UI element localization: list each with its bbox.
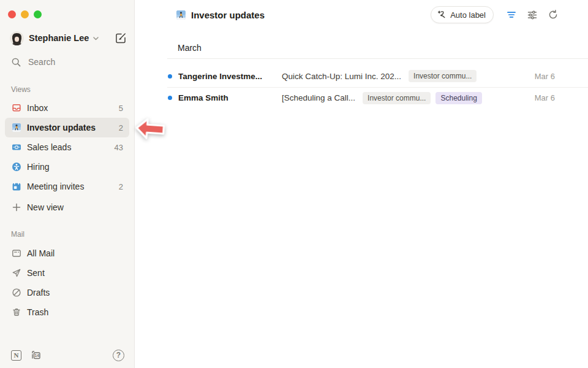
date-group-header: March <box>178 43 202 53</box>
unread-count-badge: 43 <box>115 143 123 152</box>
new-view-button[interactable]: New view <box>5 197 129 217</box>
paper-plane-icon <box>11 268 21 278</box>
auto-label-button[interactable]: Auto label <box>431 6 494 23</box>
email-date: Mar 6 <box>535 93 555 102</box>
inbox-tray-icon <box>11 103 21 113</box>
auto-label-wand-icon <box>437 10 447 20</box>
new-view-container: New view <box>5 197 129 217</box>
email-subject: [Scheduling a Call... <box>282 93 355 102</box>
email-row[interactable]: Tangerine Investme... Quick Catch-Up: Lu… <box>167 66 588 86</box>
search-icon <box>11 57 21 67</box>
avatar <box>10 31 24 45</box>
sidebar-item-investor-updates[interactable]: Investor updates 2 <box>5 118 129 137</box>
label-tag[interactable]: Investor commu... <box>363 92 431 104</box>
sidebar-item-meeting-invites[interactable]: Meeting invites 2 <box>5 177 129 196</box>
account-switcher[interactable]: Stephanie Lee <box>10 30 127 46</box>
email-sender: Tangerine Investme... <box>178 72 275 81</box>
email-tags: Investor commu... <box>409 70 477 82</box>
close-window-button[interactable] <box>8 10 16 18</box>
sidebar-item-label: Trash <box>27 307 48 317</box>
toolbar: Auto label <box>431 6 560 23</box>
notion-app-icon[interactable]: N <box>11 350 21 361</box>
label-tag[interactable]: Investor commu... <box>409 70 477 82</box>
auto-label-text: Auto label <box>450 10 486 20</box>
mail-list-panel: Investor updates Auto label March Tange <box>135 0 588 368</box>
view-title-group: Investor updates <box>176 6 265 23</box>
sidebar-item-inbox[interactable]: Inbox 5 <box>5 98 129 118</box>
filter-lines-icon[interactable] <box>505 8 518 21</box>
sidebar: Stephanie Lee Search Views Inbox 5 Inves… <box>0 0 135 368</box>
sidebar-item-sales-leads[interactable]: Sales leads 43 <box>5 137 129 157</box>
sidebar-item-drafts[interactable]: Drafts <box>5 283 129 302</box>
label-tag[interactable]: Scheduling <box>435 92 481 104</box>
unread-dot <box>168 96 172 100</box>
divider <box>167 58 588 59</box>
compose-icon[interactable] <box>115 32 127 44</box>
unread-count-badge: 2 <box>119 123 123 132</box>
views-section-label: Views <box>11 85 31 94</box>
views-list: Inbox 5 Investor updates 2 Sales leads 4… <box>5 98 129 196</box>
email-sender: Emma Smith <box>178 93 275 102</box>
page-title: Investor updates <box>191 10 265 20</box>
snowboarder-emoji-icon <box>11 123 21 132</box>
sidebar-item-hiring[interactable]: Hiring <box>5 157 129 177</box>
main-header: Investor updates Auto label <box>135 6 588 23</box>
sidebar-item-label: Sent <box>27 268 45 278</box>
email-tags: Investor commu... Scheduling <box>363 92 482 104</box>
window-controls <box>8 10 42 18</box>
svg-text:14: 14 <box>35 353 40 358</box>
email-subject: Quick Catch-Up: Lumi Inc. 202... <box>282 72 401 81</box>
unread-dot <box>168 74 172 79</box>
zoom-window-button[interactable] <box>34 10 42 18</box>
sidebar-item-label: Investor updates <box>27 123 96 132</box>
unread-count-badge: 5 <box>119 104 123 113</box>
sidebar-item-label: Sales leads <box>27 142 71 152</box>
mail-section-label: Mail <box>11 230 24 239</box>
sidebar-item-label: Meeting invites <box>27 182 84 191</box>
sidebar-item-label: All Mail <box>27 248 55 258</box>
sidebar-item-sent[interactable]: Sent <box>5 263 129 283</box>
email-row[interactable]: Emma Smith [Scheduling a Call... Investo… <box>167 87 588 108</box>
sidebar-item-trash[interactable]: Trash <box>5 302 129 322</box>
sidebar-footer: N 14 ? <box>11 348 124 362</box>
search-input[interactable]: Search <box>11 55 127 69</box>
sidebar-item-label: Inbox <box>27 103 48 113</box>
sidebar-item-all-mail[interactable]: All Mail <box>5 243 129 263</box>
unread-count-badge: 2 <box>119 182 123 191</box>
help-icon[interactable]: ? <box>113 350 124 361</box>
trash-icon <box>11 307 21 317</box>
chevron-down-icon <box>92 35 99 42</box>
banknote-icon <box>11 142 21 152</box>
person-circle-icon <box>11 162 21 172</box>
pencil-circle-icon <box>11 288 21 297</box>
calendar-app-icon[interactable]: 14 <box>31 350 42 361</box>
new-view-label: New view <box>27 202 64 212</box>
envelope-icon <box>11 248 21 258</box>
sidebar-item-label: Drafts <box>27 288 50 297</box>
profile-name: Stephanie Lee <box>29 33 89 43</box>
refresh-icon[interactable] <box>546 8 560 21</box>
minimize-window-button[interactable] <box>21 10 29 18</box>
view-emoji-icon <box>176 10 186 20</box>
red-arrow-pointer <box>133 115 167 145</box>
search-placeholder: Search <box>28 57 55 67</box>
mail-list: All Mail Sent Drafts Trash <box>5 243 129 322</box>
calendar-icon <box>11 182 21 191</box>
plus-icon <box>11 202 21 212</box>
email-date: Mar 6 <box>535 72 555 81</box>
sidebar-item-label: Hiring <box>27 162 50 172</box>
display-settings-icon[interactable] <box>526 8 539 21</box>
